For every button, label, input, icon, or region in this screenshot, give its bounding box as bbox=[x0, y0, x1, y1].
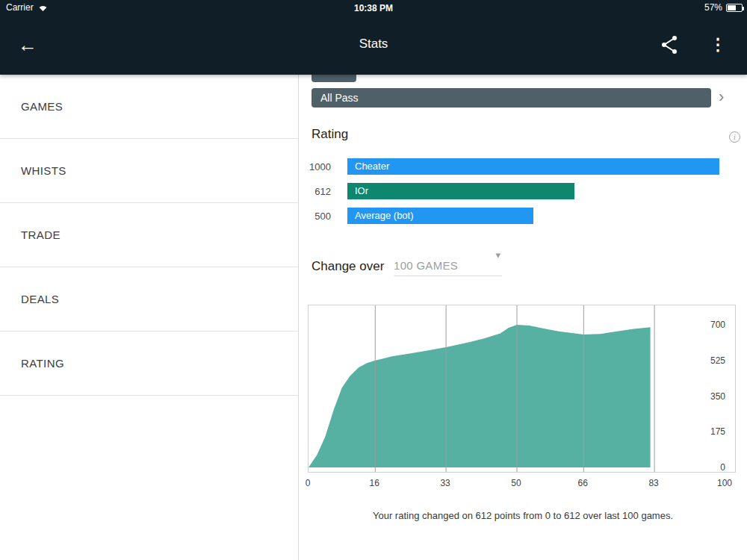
rating-bar-track: Average (bot) bbox=[347, 208, 719, 224]
sidebar-item-deals[interactable]: DEALS bbox=[0, 267, 298, 332]
sidebar-item-whists[interactable]: WHISTS bbox=[0, 139, 298, 203]
rating-bar-track: IOr bbox=[347, 183, 719, 199]
rating-bar-row: 612IOr bbox=[299, 183, 747, 199]
main-content: All Pass › Rating i 1000Cheater612IOr500… bbox=[299, 75, 747, 560]
rating-area-chart: 7005253501750 bbox=[308, 305, 736, 473]
x-tick-label: 0 bbox=[306, 478, 311, 488]
x-tick-label: 50 bbox=[511, 478, 521, 488]
sidebar-menu: GAMESWHISTSTRADEDEALSRATING bbox=[0, 75, 299, 560]
games-count-value: 100 GAMES bbox=[394, 259, 458, 272]
rating-bar: Cheater bbox=[347, 158, 719, 175]
rating-bar: Average (bot) bbox=[347, 208, 533, 224]
sidebar-item-trade[interactable]: TRADE bbox=[0, 203, 298, 267]
battery-icon bbox=[726, 4, 743, 12]
sidebar-item-games[interactable]: GAMES bbox=[0, 75, 298, 139]
svg-text:175: 175 bbox=[710, 426, 725, 437]
rating-bar-value: 612 bbox=[299, 186, 347, 197]
svg-text:0: 0 bbox=[720, 462, 725, 472]
rating-bars: 1000Cheater612IOr500Average (bot) bbox=[299, 158, 747, 232]
x-tick-label: 100 bbox=[717, 478, 732, 488]
x-tick-label: 66 bbox=[578, 478, 588, 488]
change-over-label: Change over bbox=[311, 259, 384, 274]
caret-down-icon: ▾ bbox=[495, 249, 500, 261]
clock-label: 10:38 PM bbox=[0, 3, 747, 13]
rating-section-title: Rating bbox=[311, 127, 348, 142]
x-tick-label: 33 bbox=[440, 478, 450, 488]
clipped-button[interactable] bbox=[311, 75, 356, 82]
rating-bar-track: Cheater bbox=[347, 158, 719, 175]
rating-bar-row: 1000Cheater bbox=[299, 158, 747, 175]
overflow-menu-button[interactable]: ⋮ bbox=[710, 31, 726, 58]
x-tick-label: 83 bbox=[648, 478, 658, 488]
rating-bar-row: 500Average (bot) bbox=[299, 208, 747, 224]
svg-text:350: 350 bbox=[710, 391, 725, 402]
x-tick-label: 16 bbox=[370, 478, 379, 488]
status-bar: Carrier 10:38 PM 57% bbox=[0, 0, 747, 16]
games-count-dropdown[interactable]: 100 GAMES ▾ bbox=[394, 252, 502, 276]
all-pass-bar[interactable]: All Pass bbox=[311, 88, 711, 108]
rating-bar-value: 500 bbox=[299, 211, 347, 222]
app-header: Carrier 10:38 PM 57% ← Stats ⋮ bbox=[0, 0, 747, 75]
info-icon[interactable]: i bbox=[729, 131, 740, 143]
chart-caption: Your rating changed on 612 points from 0… bbox=[299, 510, 747, 521]
chevron-right-icon[interactable]: › bbox=[719, 86, 724, 108]
stats-screen: Carrier 10:38 PM 57% ← Stats ⋮ bbox=[0, 0, 747, 560]
svg-text:700: 700 bbox=[710, 320, 725, 330]
rating-bar: IOr bbox=[347, 183, 574, 199]
chart-x-axis: 01633506683100 bbox=[308, 478, 736, 490]
rating-bar-value: 1000 bbox=[299, 161, 347, 172]
share-button[interactable] bbox=[660, 35, 678, 55]
sidebar-item-rating[interactable]: RATING bbox=[0, 332, 298, 396]
page-title: Stats bbox=[0, 37, 747, 52]
battery-percent-label: 57% bbox=[704, 2, 722, 13]
nav-bar: ← Stats ⋮ bbox=[0, 16, 747, 75]
svg-text:525: 525 bbox=[710, 355, 725, 366]
